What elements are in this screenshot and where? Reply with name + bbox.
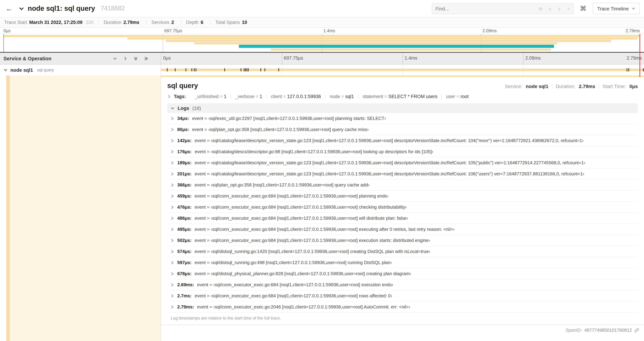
back-icon[interactable]: ← (4, 4, 14, 13)
log-timestamp: 597μs: (177, 260, 192, 265)
log-row[interactable]: 495μs: event = ‹sql/conn_executor_exec.g… (167, 224, 638, 235)
log-timestamp: 201μs: (177, 171, 192, 176)
trace-minimap: 0μs697.75μs1.4ms2.09ms2.79ms (0, 28, 644, 53)
detail-meta-value: 2.79ms (579, 84, 595, 89)
log-list: 34μs: event = ‹sql/exec_util.go:2297 [ns… (167, 113, 638, 312)
log-row[interactable]: 2.79ms: event = ‹sql/conn_executor_exec.… (167, 301, 638, 312)
span-bar-track[interactable] (161, 65, 644, 76)
detail-meta-value: 0μs (630, 84, 638, 89)
log-marker (643, 68, 644, 71)
trace-id: 7418682 (100, 5, 125, 12)
detail-meta-label: Start Time: (602, 84, 626, 89)
span-detail-header: sql query Service:node sql1Duration:2.79… (167, 82, 638, 90)
tag-item: node = sql1 (330, 94, 354, 99)
chevron-down-icon[interactable] (4, 68, 8, 72)
log-message: event = ‹sql/catalog/lease/descriptor_ve… (194, 160, 585, 165)
minimap-tick-label: 0μs (4, 29, 10, 33)
page-title: node sql1: sql query (28, 5, 95, 13)
log-marker (194, 68, 194, 71)
chevron-right-icon (171, 161, 174, 165)
gridline (402, 53, 403, 64)
log-row[interactable]: 201μs: event = ‹sql/catalog/lease/descri… (167, 168, 638, 180)
minimap-tick-label: 2.09ms (482, 29, 497, 33)
log-marker (167, 68, 168, 71)
log-message: event = ‹sql/conn_executor_exec.go:684 [… (194, 216, 408, 221)
log-row[interactable]: 2.69ms: event = ‹sql/conn_executor_exec.… (167, 279, 638, 290)
divider (230, 94, 231, 99)
log-row[interactable]: 476μs: event = ‹sql/conn_executor_exec.g… (167, 202, 638, 213)
collapse-one-icon[interactable] (123, 56, 128, 61)
chevron-down-icon[interactable] (19, 6, 24, 11)
tags-accordion-toggle[interactable]: Tags: (167, 94, 186, 99)
log-row[interactable]: 80μs: event = ‹sql/plan_opt.go:358 [nsql… (167, 124, 638, 135)
span-duration-bar[interactable] (161, 69, 644, 71)
service-operation-header: Service & Operation (0, 53, 161, 64)
minimap-spans (4, 34, 640, 52)
expand-all-icon[interactable] (134, 56, 138, 61)
focus-match-icon[interactable]: ⊕ (536, 6, 545, 11)
log-marker (260, 68, 261, 71)
log-message: event = ‹sql/conn_executor_exec.go:684 [… (197, 282, 393, 287)
log-marker (248, 68, 248, 71)
minimap-tick-label: 697.75μs (164, 29, 182, 33)
chevron-right-icon (171, 294, 174, 298)
log-row[interactable]: 34μs: event = ‹sql/exec_util.go:2297 [ns… (167, 113, 638, 124)
summary-item-value: 10 (242, 20, 247, 25)
collapse-all-icon[interactable] (144, 56, 148, 61)
chevron-right-icon (171, 205, 174, 209)
tag-value: root (460, 94, 469, 99)
log-row[interactable]: 678μs: event = ‹sql/distsql_physical_pla… (167, 268, 638, 279)
span-row-label[interactable]: node sql1 sql query (0, 65, 161, 76)
tag-value: 127.0.0.1:59936 (287, 94, 321, 99)
log-row[interactable]: 502μs: event = ‹sql/conn_executor_exec.g… (167, 235, 638, 246)
log-row[interactable]: 189μs: event = ‹sql/catalog/lease/descri… (167, 157, 638, 168)
timeline-header: Service & Operation 0μs697.75μs1.4ms2.09… (0, 53, 644, 65)
log-row[interactable]: 459μs: event = ‹sql/conn_executor_exec.g… (167, 191, 638, 202)
tag-item: _verbose = 1 (235, 94, 262, 99)
log-row[interactable]: 142μs: event = ‹sql/catalog/lease/descri… (167, 135, 638, 146)
gridline (523, 53, 524, 64)
link-icon[interactable] (634, 328, 639, 332)
expand-one-icon[interactable] (113, 56, 117, 61)
tag-list: _unfinished = 1 _verbose = 1 client = 12… (194, 94, 469, 99)
tag-value: sql1 (345, 94, 354, 99)
minimap-span-tan (128, 38, 637, 40)
log-message: event = ‹sql/catalog/lease/descriptor_ve… (194, 138, 584, 143)
span-indent-guide (6, 76, 10, 341)
span-detail-meta: Service:node sql1Duration:2.79msStart Ti… (505, 84, 638, 89)
keyboard-shortcuts-icon[interactable]: ⌘ (578, 5, 588, 13)
minimap-span-tan (194, 42, 557, 44)
chevron-right-icon (171, 271, 174, 276)
gridline (282, 53, 282, 64)
tree-controls (113, 56, 157, 61)
chevron-right-icon (171, 116, 174, 120)
minimap-tick-label: 1.4ms (324, 29, 335, 33)
log-message: event = ‹sql/plan_opt.go:358 [nsql1,clie… (192, 127, 369, 132)
chevron-right-icon (171, 127, 174, 132)
log-row[interactable]: 486μs: event = ‹sql/conn_executor_exec.g… (167, 213, 638, 224)
minimap-canvas[interactable] (0, 34, 644, 53)
trace-view-dropdown[interactable]: Trace Timeline (592, 3, 640, 14)
logs-footnote: Log timestamps are relative to the start… (167, 312, 638, 325)
log-timestamp: 678μs: (177, 271, 192, 276)
log-row[interactable]: 176μs: event = ‹sql/catalog/descs/descri… (167, 146, 638, 157)
tag-key: _unfinished (194, 94, 218, 99)
log-row[interactable]: 597μs: event = ‹sql/distsql_running.go:4… (167, 257, 638, 268)
prev-match-icon[interactable]: ∧ (545, 6, 554, 11)
log-timestamp: 495μs: (177, 227, 192, 232)
log-row[interactable]: 366μs: event = ‹sql/plan_opt.go:358 [nsq… (167, 180, 638, 191)
ruler-tick-label: 1.4ms (404, 56, 418, 61)
log-timestamp: 189μs: (177, 160, 192, 165)
clear-find-icon[interactable]: × (564, 6, 573, 11)
span-row[interactable]: node sql1 sql query (0, 65, 644, 76)
scrubber-left-handle[interactable] (4, 34, 4, 52)
chevron-right-icon (171, 305, 174, 309)
find-input[interactable] (432, 6, 536, 11)
log-row[interactable]: 574μs: event = ‹sql/distsql_running.go:1… (167, 246, 638, 257)
find-group: ⊕ ∧ ∨ × (432, 3, 574, 14)
summary-item-label: Depth (186, 20, 198, 25)
log-row[interactable]: 2.7ms: event = ‹sql/conn_executor_exec.g… (167, 290, 638, 301)
logs-accordion-toggle[interactable]: Logs (18) (167, 103, 638, 113)
next-match-icon[interactable]: ∨ (554, 6, 564, 11)
divider (599, 84, 599, 89)
